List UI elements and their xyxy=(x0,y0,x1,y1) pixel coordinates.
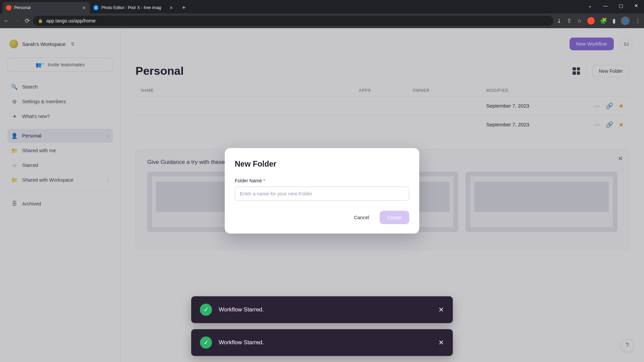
button-label: Cancel xyxy=(354,215,369,220)
omnibox[interactable]: 🔒 app.tango.us/app/home xyxy=(33,16,553,26)
new-tab-button[interactable]: + xyxy=(179,3,189,12)
extensions-icon[interactable]: 🧩 xyxy=(600,17,607,24)
tango-extension-icon[interactable] xyxy=(587,17,595,24)
folder-name-label: Folder Name* xyxy=(235,178,409,183)
toast-stack: ✓ Workflow Starred. ✕ ✓ Workflow Starred… xyxy=(191,296,453,356)
reload-icon[interactable]: ⟳ xyxy=(25,17,30,24)
browser-tab-inactive[interactable]: X Photo Editor : Pixlr X - free imag ✕ xyxy=(90,2,177,13)
app-viewport: Sarah's Workspace ⇅ 👥⁺ Invite teammates … xyxy=(0,28,644,362)
toast-message: Workflow Starred. xyxy=(219,339,432,346)
profile-avatar-icon[interactable]: 👤 xyxy=(621,16,630,25)
tab-title: Photo Editor : Pixlr X - free imag xyxy=(101,5,166,10)
pixlr-favicon-icon: X xyxy=(93,5,99,10)
toolbar-right-icons: ⤓ ⇪ ☆ 🧩 ▮ 👤 ⋮ xyxy=(557,16,641,25)
modal-actions: Cancel Create xyxy=(235,211,409,224)
new-folder-modal: New Folder Folder Name* Cancel Create xyxy=(225,148,419,234)
window-dropdown-icon[interactable]: ⌄ xyxy=(582,0,598,11)
window-close-icon[interactable]: ✕ xyxy=(629,0,644,11)
close-icon[interactable]: ✕ xyxy=(438,339,444,347)
install-icon[interactable]: ⤓ xyxy=(557,17,561,24)
kebab-menu-icon[interactable]: ⋮ xyxy=(635,17,641,24)
window-maximize-icon[interactable]: ▢ xyxy=(613,0,629,11)
label-text: Folder Name xyxy=(235,178,262,183)
window-minimize-icon[interactable]: — xyxy=(598,0,613,11)
cancel-button[interactable]: Cancel xyxy=(348,211,375,224)
button-label: Create xyxy=(387,215,402,220)
required-asterisk: * xyxy=(263,178,265,183)
back-icon[interactable]: ← xyxy=(3,17,9,24)
check-circle-icon: ✓ xyxy=(200,337,212,349)
forward-icon[interactable]: → xyxy=(14,17,20,24)
lock-icon: 🔒 xyxy=(38,18,43,23)
close-icon[interactable]: ✕ xyxy=(438,306,444,314)
tab-title: Personal xyxy=(14,5,78,10)
toast: ✓ Workflow Starred. ✕ xyxy=(191,296,453,323)
modal-title: New Folder xyxy=(235,160,409,169)
bookmark-star-icon[interactable]: ☆ xyxy=(577,17,582,24)
toast-message: Workflow Starred. xyxy=(219,306,432,313)
tab-close-icon[interactable]: ✕ xyxy=(81,5,87,10)
share-icon[interactable]: ⇪ xyxy=(567,17,572,24)
browser-tab-active[interactable]: Personal ✕ xyxy=(3,2,90,13)
browser-tab-strip: Personal ✕ X Photo Editor : Pixlr X - fr… xyxy=(0,0,644,13)
create-button[interactable]: Create xyxy=(380,211,409,224)
url-text: app.tango.us/app/home xyxy=(46,18,96,23)
window-controls: ⌄ — ▢ ✕ xyxy=(582,0,644,11)
tango-favicon-icon xyxy=(6,5,11,10)
toast: ✓ Workflow Starred. ✕ xyxy=(191,329,453,356)
tab-close-icon[interactable]: ✕ xyxy=(168,5,174,10)
check-circle-icon: ✓ xyxy=(200,304,212,316)
folder-name-input[interactable] xyxy=(235,187,409,201)
sidepanel-icon[interactable]: ▮ xyxy=(612,17,615,24)
browser-toolbar: ← → ⟳ 🔒 app.tango.us/app/home ⤓ ⇪ ☆ 🧩 ▮ … xyxy=(0,13,644,28)
nav-icons: ← → ⟳ xyxy=(3,17,30,24)
